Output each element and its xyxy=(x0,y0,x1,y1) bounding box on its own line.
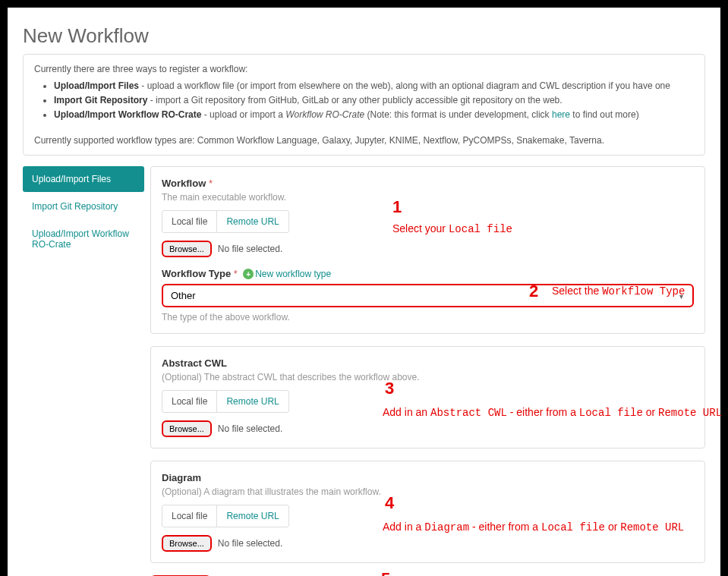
workflow-label: Workflow xyxy=(162,178,206,189)
info-item-git: Import Git Repository - import a Git rep… xyxy=(54,93,694,108)
workflow-desc: The main executable workflow. xyxy=(162,192,694,203)
info-box: Currently there are three ways to regist… xyxy=(23,54,705,156)
info-intro: Currently there are three ways to regist… xyxy=(34,64,694,74)
cwl-desc: (Optional) The abstract CWL that describ… xyxy=(162,372,694,382)
annotation-5-number: 5 xyxy=(381,569,390,576)
cwl-panel: Abstract CWL (Optional) The abstract CWL… xyxy=(150,346,705,449)
diagram-tab-remote-url[interactable]: Remote URL xyxy=(216,505,288,527)
annotation-4-text: Add in a Diagram - either from a Local f… xyxy=(383,521,684,534)
new-workflow-type-link[interactable]: New workflow type xyxy=(255,269,331,279)
annotation-4-number: 4 xyxy=(385,493,394,513)
annotation-3-text: Add in an Abstract CWL - either from a L… xyxy=(383,406,722,419)
sidebar-item-rocrate[interactable]: Upload/Import Workflow RO-Crate xyxy=(23,221,144,257)
cwl-no-file: No file selected. xyxy=(218,423,282,434)
cwl-label: Abstract CWL xyxy=(162,357,694,369)
annotation-1-text: Select your Local file xyxy=(392,222,512,235)
annotation-3-number: 3 xyxy=(385,379,394,398)
sidebar-item-git[interactable]: Import Git Repository xyxy=(23,194,144,219)
diagram-tab-local-file[interactable]: Local file xyxy=(162,505,216,527)
required-asterisk-2: * xyxy=(231,268,238,279)
rocrate-link[interactable]: here xyxy=(552,109,570,120)
info-item-rocrate: Upload/Import Workflow RO-Crate - upload… xyxy=(54,108,694,122)
workflow-panel: Workflow * The main executable workflow.… xyxy=(150,166,705,335)
workflow-source-tabs: Local file Remote URL xyxy=(162,210,289,233)
sidebar-item-upload[interactable]: Upload/Import Files xyxy=(23,166,144,192)
annotation-2-text: Select the Workflow Type xyxy=(552,285,685,297)
diagram-no-file: No file selected. xyxy=(218,538,282,549)
annotation-2-number: 2 xyxy=(529,282,538,301)
diagram-desc: (Optional) A diagram that illustrates th… xyxy=(162,486,694,497)
cwl-browse-button[interactable]: Browse... xyxy=(162,420,212,437)
supported-types: Currently supported workflow types are: … xyxy=(34,135,694,146)
diagram-source-tabs: Local file Remote URL xyxy=(162,505,289,527)
workflow-browse-button[interactable]: Browse... xyxy=(162,241,212,257)
cwl-tab-remote-url[interactable]: Remote URL xyxy=(216,391,288,412)
plus-icon: + xyxy=(243,269,254,279)
page-title: New Workflow xyxy=(8,15,720,54)
annotation-1-number: 1 xyxy=(392,197,402,217)
diagram-panel: Diagram (Optional) A diagram that illust… xyxy=(150,461,705,563)
workflow-type-label: Workflow Type xyxy=(162,268,231,279)
cwl-tab-local-file[interactable]: Local file xyxy=(162,391,216,412)
info-item-upload: Upload/Import Files - upload a workflow … xyxy=(54,79,694,93)
tab-local-file[interactable]: Local file xyxy=(162,211,216,232)
tab-remote-url[interactable]: Remote URL xyxy=(216,211,288,232)
diagram-browse-button[interactable]: Browse... xyxy=(162,535,212,552)
diagram-label: Diagram xyxy=(162,472,694,483)
cwl-source-tabs: Local file Remote URL xyxy=(162,390,289,413)
workflow-no-file: No file selected. xyxy=(218,244,282,254)
required-asterisk: * xyxy=(206,178,213,189)
workflow-type-desc: The type of the above workflow. xyxy=(162,312,694,323)
sidebar: Upload/Import Files Import Git Repositor… xyxy=(23,166,144,576)
